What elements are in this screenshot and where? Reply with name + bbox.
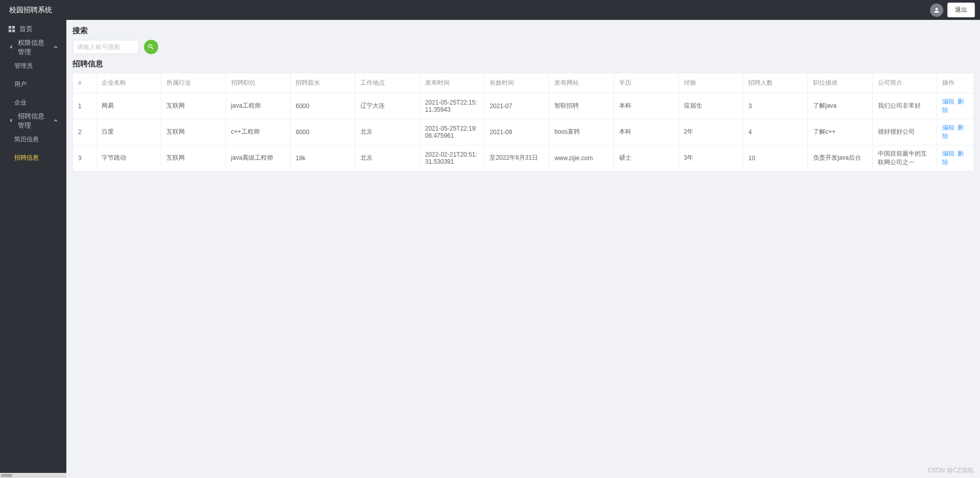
- cell-pubtime: 2021-05-25T22:15:11.35943: [420, 93, 484, 119]
- cell-intro: 很好很好公司: [872, 119, 937, 145]
- cell-position: java工程师: [226, 93, 290, 119]
- search-icon: [148, 43, 155, 51]
- cell-edu: 硕士: [614, 145, 678, 171]
- recruit-table: # 企业名称 所属行业 招聘职位 招聘薪水 工作地点 发布时间 有效时间 发布网…: [73, 73, 973, 171]
- cell-website: boos直聘: [549, 119, 614, 145]
- avatar[interactable]: [930, 4, 943, 17]
- svg-rect-0: [9, 26, 11, 29]
- th-location: 工作地点: [355, 73, 420, 93]
- cell-company: 百度: [96, 119, 161, 145]
- search-input[interactable]: [72, 40, 139, 54]
- cell-idx: 3: [73, 145, 96, 171]
- cell-pubtime: 2021-05-25T22:19:06.475961: [420, 119, 484, 145]
- sidebar-item-recruit-info[interactable]: 招聘信息: [0, 148, 66, 167]
- cell-desc: 了解c++: [808, 119, 873, 145]
- edit-link[interactable]: 编辑: [942, 150, 954, 157]
- cell-exp: 应届生: [678, 93, 743, 119]
- logout-button[interactable]: 退出: [947, 3, 975, 17]
- chevron-up-icon: [53, 117, 58, 125]
- cell-edu: 本科: [614, 119, 678, 145]
- container: 首页 权限信息管理 管理员 用户 企业 招聘信: [0, 20, 980, 478]
- th-edu: 学历: [614, 73, 678, 93]
- cell-idx: 1: [73, 93, 96, 119]
- th-salary: 招聘薪水: [290, 73, 355, 93]
- cell-website: www.zijie.com: [549, 145, 614, 171]
- th-op: 操作: [937, 73, 973, 93]
- cell-industry: 互联网: [161, 93, 226, 119]
- search-button[interactable]: [144, 40, 158, 54]
- app-title: 校园招聘系统: [9, 6, 52, 15]
- gear-icon: [8, 44, 14, 51]
- sidebar-submenu-recruit: 简历信息 招聘信息: [0, 130, 66, 167]
- svg-rect-2: [9, 30, 11, 32]
- cell-desc: 负责开发java后台: [808, 145, 873, 171]
- sidebar-item-label: 简历信息: [14, 135, 39, 144]
- cell-company: 字节跳动: [96, 145, 161, 171]
- sidebar-submenu-permission: 管理员 用户 企业: [0, 57, 66, 112]
- table-row: 1网易互联网java工程师6000辽宁大连2021-05-25T22:15:11…: [73, 93, 973, 119]
- chevron-up-icon: [53, 44, 58, 52]
- cell-op: 编辑删除: [937, 119, 973, 145]
- table-body: 1网易互联网java工程师6000辽宁大连2021-05-25T22:15:11…: [73, 93, 973, 171]
- th-company: 企业名称: [96, 73, 161, 93]
- th-pubtime: 发布时间: [420, 73, 484, 93]
- sidebar: 首页 权限信息管理 管理员 用户 企业 招聘信: [0, 20, 66, 478]
- cell-website: 智联招聘: [549, 93, 614, 119]
- cell-position: java高级工程师: [226, 145, 290, 171]
- sidebar-group-permission[interactable]: 权限信息管理: [0, 38, 66, 57]
- info-title: 招聘信息: [72, 59, 974, 69]
- th-count: 招聘人数: [743, 73, 808, 93]
- edit-link[interactable]: 编辑: [942, 124, 954, 131]
- th-industry: 所属行业: [161, 73, 226, 93]
- svg-rect-1: [12, 26, 15, 29]
- cell-intro: 我们公司非常好: [872, 93, 937, 119]
- cell-intro: 中国目前最牛的互联网公司之一: [872, 145, 937, 171]
- cell-salary: 18k: [290, 145, 355, 171]
- search-title: 搜索: [72, 26, 974, 36]
- header: 校园招聘系统 退出: [0, 0, 980, 20]
- cell-op: 编辑删除: [937, 93, 973, 119]
- cell-exp: 3年: [678, 145, 743, 171]
- gear-icon: [8, 117, 14, 124]
- th-validtime: 有效时间: [484, 73, 549, 93]
- horizontal-scrollbar[interactable]: [0, 473, 66, 478]
- cell-salary: 8000: [290, 119, 355, 145]
- th-website: 发布网站: [549, 73, 614, 93]
- sidebar-item-label: 用户: [14, 80, 27, 89]
- th-idx: #: [73, 73, 96, 93]
- table-head: # 企业名称 所属行业 招聘职位 招聘薪水 工作地点 发布时间 有效时间 发布网…: [73, 73, 973, 93]
- cell-count: 4: [743, 119, 808, 145]
- cell-location: 北京: [355, 145, 420, 171]
- table-row: 2百度互联网c++工程师8000北京2021-05-25T22:19:06.47…: [73, 119, 973, 145]
- cell-position: c++工程师: [226, 119, 290, 145]
- cell-validtime: 至2022年8月31日: [484, 145, 549, 171]
- sidebar-item-company[interactable]: 企业: [0, 93, 66, 112]
- cell-count: 10: [743, 145, 808, 171]
- th-exp: 经验: [678, 73, 743, 93]
- cell-validtime: 2021-07: [484, 93, 549, 119]
- svg-rect-3: [12, 30, 15, 32]
- sidebar-item-user[interactable]: 用户: [0, 75, 66, 93]
- th-position: 招聘职位: [226, 73, 290, 93]
- cell-desc: 了解java: [808, 93, 873, 119]
- cell-exp: 2年: [678, 119, 743, 145]
- sidebar-item-resume-info[interactable]: 简历信息: [0, 130, 66, 148]
- table-wrap: # 企业名称 所属行业 招聘职位 招聘薪水 工作地点 发布时间 有效时间 发布网…: [72, 73, 974, 171]
- cell-pubtime: 2022-02-21T20:51:31.530391: [420, 145, 484, 171]
- table-row: 3字节跳动互联网java高级工程师18k北京2022-02-21T20:51:3…: [73, 145, 973, 171]
- sidebar-item-label: 权限信息管理: [18, 38, 49, 57]
- sidebar-item-admin[interactable]: 管理员: [0, 57, 66, 75]
- cell-validtime: 2021-09: [484, 119, 549, 145]
- sidebar-item-label: 招聘信息管理: [18, 112, 49, 130]
- cell-salary: 6000: [290, 93, 355, 119]
- sidebar-item-home[interactable]: 首页: [0, 20, 66, 38]
- sidebar-group-recruit[interactable]: 招聘信息管理: [0, 112, 66, 130]
- th-intro: 公司简介: [872, 73, 937, 93]
- cell-industry: 互联网: [161, 119, 226, 145]
- edit-link[interactable]: 编辑: [942, 98, 954, 105]
- search-row: [72, 40, 974, 54]
- cell-idx: 2: [73, 119, 96, 145]
- grid-icon: [8, 26, 15, 33]
- cell-location: 辽宁大连: [355, 93, 420, 119]
- sidebar-item-label: 招聘信息: [14, 154, 39, 162]
